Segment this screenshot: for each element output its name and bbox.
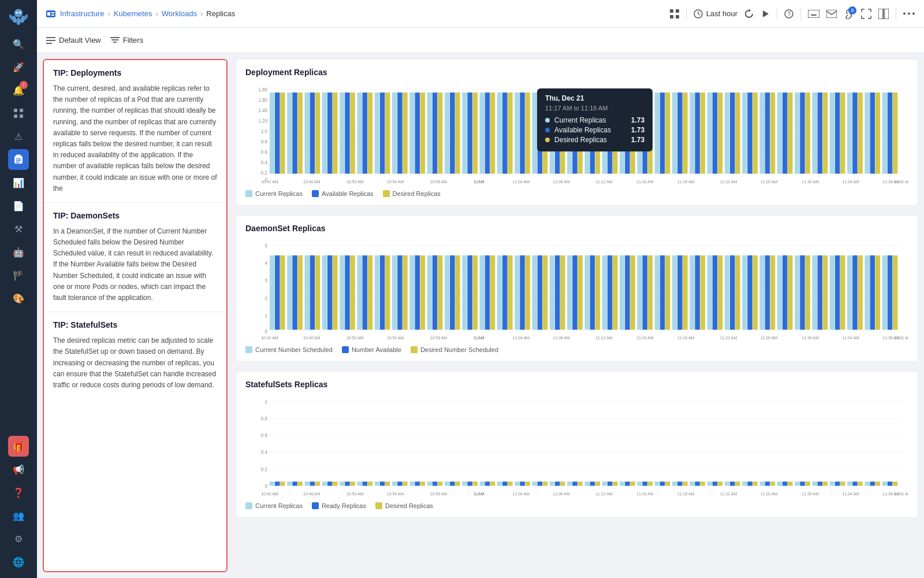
tip-deployments: TIP: Deployments The current, desired, a… (44, 60, 226, 203)
svg-rect-369 (445, 481, 449, 486)
svg-rect-443 (875, 481, 880, 486)
help-icon-top[interactable]: ? (784, 9, 793, 18)
mail-icon[interactable] (826, 10, 837, 18)
help-icon[interactable]: ❓ (8, 482, 29, 503)
kbd-icon[interactable] (808, 10, 819, 18)
svg-rect-354 (357, 481, 362, 486)
svg-rect-414 (707, 481, 712, 486)
flag-icon[interactable]: 🏴 (8, 265, 29, 286)
svg-rect-307 (875, 255, 880, 330)
svg-rect-437 (840, 481, 845, 486)
svg-rect-430 (800, 481, 804, 486)
rocket-icon[interactable]: 🚀 (8, 57, 29, 77)
globe-icon[interactable]: 🌐 (8, 551, 29, 572)
warning-icon[interactable]: ⚠ (8, 126, 29, 147)
svg-rect-78 (333, 92, 337, 173)
svg-text:10:54 AM: 10:54 AM (387, 335, 404, 341)
breadcrumb-infrastructure[interactable]: Infrastructure (60, 9, 105, 18)
grid-icon[interactable] (8, 103, 29, 124)
default-view-btn[interactable]: Default View (46, 36, 101, 45)
clipboard-icon[interactable] (8, 149, 29, 170)
svg-rect-240 (485, 255, 490, 330)
legend-current-scheduled: Current Number Scheduled (245, 346, 333, 353)
logo[interactable] (8, 6, 29, 27)
palette-icon[interactable]: 🎨 (8, 288, 29, 309)
svg-text:11:16 AM: 11:16 AM (636, 335, 654, 341)
svg-rect-263 (620, 255, 624, 330)
svg-rect-96 (438, 92, 442, 173)
svg-rect-98 (450, 92, 454, 173)
more-icon[interactable] (903, 12, 915, 15)
svg-rect-416 (718, 481, 722, 486)
svg-rect-440 (858, 481, 862, 486)
svg-text:0.2: 0.2 (261, 169, 267, 176)
tooltip-date: Thu, Dec 21 (545, 94, 644, 102)
chart-icon[interactable]: 📊 (8, 172, 29, 193)
flow-icon[interactable]: ⚒ (8, 218, 29, 239)
svg-rect-204 (275, 255, 280, 330)
svg-rect-366 (427, 481, 432, 486)
deployment-chart-wrap[interactable]: 1.80 1.60 1.40 1.20 1.0 0.8 0.6 0.4 0.2 … (245, 83, 908, 187)
users-icon[interactable]: 👥 (8, 505, 29, 526)
svg-rect-20 (51, 14, 54, 16)
gift-icon[interactable]: 🎁 (8, 436, 29, 457)
megaphone-icon[interactable]: 📢 (8, 459, 29, 480)
tip-daemonsets: TIP: DaemonSets In a DeamonSet, if the n… (44, 203, 226, 312)
time-range-selector[interactable]: Last hour (694, 9, 737, 18)
play-icon[interactable] (761, 9, 770, 18)
svg-rect-10 (14, 114, 17, 118)
svg-rect-134 (660, 92, 665, 173)
svg-rect-136 (672, 92, 677, 173)
svg-text:11:08 AM: 11:08 AM (553, 491, 570, 497)
svg-text:11:34 AM: 11:34 AM (842, 491, 859, 497)
svg-rect-101 (467, 92, 472, 173)
svg-rect-290 (777, 255, 782, 330)
robot-icon[interactable]: 🤖 (8, 242, 29, 262)
svg-text:10:42 AM: 10:42 AM (261, 179, 278, 185)
link-icon[interactable]: 8 (844, 9, 854, 19)
statefulsets-chart-wrap[interactable]: 1 0.8 0.6 0.4 0.2 0 10:42 AM 10:46 AM 10… (245, 395, 908, 499)
split-icon[interactable] (878, 9, 889, 19)
svg-rect-370 (450, 481, 454, 486)
swatch-sf-desired (375, 502, 382, 509)
settings-icon[interactable]: ⚙ (8, 528, 29, 549)
legend-sf-desired: Desired Replicas (375, 502, 433, 509)
svg-text:0.4: 0.4 (261, 449, 267, 455)
breadcrumb-workloads[interactable]: Workloads (162, 9, 197, 18)
svg-rect-303 (852, 255, 857, 330)
legend-label-sf-current: Current Replicas (255, 502, 303, 509)
svg-rect-76 (322, 92, 327, 173)
svg-rect-304 (858, 255, 862, 330)
refresh-icon[interactable] (744, 9, 754, 18)
svg-rect-140 (695, 92, 699, 173)
svg-rect-142 (707, 92, 712, 173)
doc-icon[interactable]: 📄 (8, 195, 29, 216)
svg-rect-251 (550, 255, 554, 330)
svg-rect-389 (560, 481, 565, 486)
svg-rect-412 (695, 481, 699, 486)
alert-icon[interactable]: 🔔 ! (8, 80, 29, 101)
svg-rect-406 (660, 481, 665, 486)
search-icon[interactable]: 🔍 (8, 34, 29, 54)
svg-rect-158 (800, 92, 804, 173)
statefulsets-chart-container: StatefulSets Replicas 1 0.8 0.6 0.4 0.2 … (236, 371, 918, 518)
grid-layout-icon[interactable] (670, 9, 679, 18)
svg-line-27 (698, 14, 700, 15)
svg-rect-70 (287, 92, 292, 173)
svg-rect-238 (473, 255, 478, 330)
svg-rect-212 (322, 255, 327, 330)
svg-rect-446 (893, 481, 897, 486)
daemonset-chart-wrap[interactable]: 5 4 3 2 1 0 10:42 AM 10:46 AM 10:50 AM 1… (245, 239, 908, 343)
svg-rect-417 (725, 481, 729, 486)
swatch-desired (383, 190, 390, 197)
svg-text:1.20: 1.20 (258, 117, 267, 124)
breadcrumb-kubernetes[interactable]: Kubernetes (114, 9, 152, 18)
svg-rect-404 (648, 481, 653, 486)
fullscreen-icon[interactable] (861, 9, 871, 19)
svg-rect-384 (532, 481, 537, 486)
svg-rect-397 (608, 481, 612, 486)
svg-rect-80 (345, 92, 349, 173)
filters-btn[interactable]: Filters (110, 36, 143, 45)
svg-rect-225 (397, 255, 402, 330)
tip-daemonsets-text: In a DeamonSet, if the number of Current… (53, 226, 217, 303)
